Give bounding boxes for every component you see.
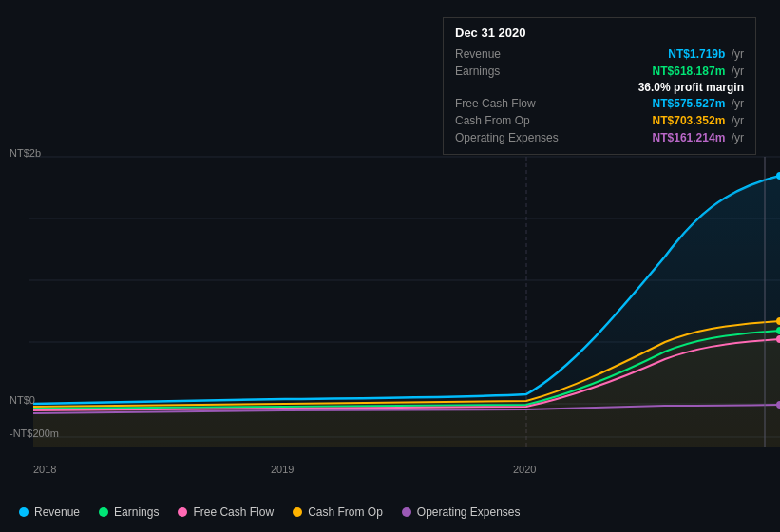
tooltip-value-earnings: NT$618.187m [653, 65, 726, 78]
tooltip-row-opex: Operating Expenses NT$161.214m /yr [455, 129, 744, 146]
legend-dot-fcf [178, 507, 187, 517]
tooltip-value-opex: NT$161.214m [653, 131, 726, 144]
tooltip-profit-margin-value: 36.0% profit margin [638, 81, 744, 94]
legend-item-fcf[interactable]: Free Cash Flow [178, 505, 274, 519]
legend-dot-revenue [19, 507, 29, 517]
x-label-2018: 2018 [33, 464, 56, 475]
legend-label-opex: Operating Expenses [417, 505, 521, 519]
legend-label-cashfromop: Cash From Op [308, 505, 383, 519]
tooltip-row-fcf: Free Cash Flow NT$575.527m /yr [455, 95, 744, 112]
tooltip-label-fcf: Free Cash Flow [455, 97, 536, 110]
tooltip-label-opex: Operating Expenses [455, 131, 559, 144]
tooltip-value-fcf: NT$575.527m [653, 97, 726, 110]
x-label-2019: 2019 [271, 464, 294, 475]
tooltip-label-cashfromop: Cash From Op [455, 114, 530, 127]
tooltip-date: Dec 31 2020 [455, 26, 744, 40]
legend-item-opex[interactable]: Operating Expenses [402, 505, 521, 519]
legend-dot-opex [402, 507, 411, 517]
tooltip-unit-fcf: /yr [732, 97, 744, 110]
legend-label-earnings: Earnings [114, 505, 159, 519]
legend-item-revenue[interactable]: Revenue [19, 505, 80, 519]
chart-legend: Revenue Earnings Free Cash Flow Cash Fro… [19, 505, 521, 519]
y-label-0: NT$0 [10, 394, 35, 406]
tooltip-unit-earnings: /yr [732, 65, 744, 78]
legend-dot-cashfromop [293, 507, 302, 517]
tooltip-value-cashfromop: NT$703.352m [653, 114, 726, 127]
legend-dot-earnings [99, 507, 108, 517]
tooltip-unit-cashfromop: /yr [732, 114, 744, 127]
tooltip-unit-opex: /yr [732, 131, 744, 144]
tooltip-row-earnings: Earnings NT$618.187m /yr [455, 63, 744, 80]
tooltip-label-earnings: Earnings [455, 65, 500, 78]
tooltip-row-revenue: Revenue NT$1.719b /yr [455, 46, 744, 63]
y-label-2b: NT$2b [10, 147, 41, 159]
data-tooltip: Dec 31 2020 Revenue NT$1.719b /yr Earnin… [443, 17, 756, 155]
legend-item-cashfromop[interactable]: Cash From Op [293, 505, 383, 519]
tooltip-label-revenue: Revenue [455, 48, 501, 61]
tooltip-value-revenue: NT$1.719b [668, 48, 725, 61]
tooltip-row-profit-margin: 36.0% profit margin [455, 80, 744, 95]
legend-label-fcf: Free Cash Flow [193, 505, 274, 519]
tooltip-row-cashfromop: Cash From Op NT$703.352m /yr [455, 112, 744, 129]
legend-label-revenue: Revenue [34, 505, 80, 519]
x-label-2020: 2020 [513, 464, 536, 475]
chart-container: NT$2b NT$0 -NT$200m 2018 2019 2020 Dec 3… [0, 0, 780, 532]
tooltip-unit-revenue: /yr [732, 48, 744, 61]
y-label-neg200m: -NT$200m [10, 428, 59, 439]
legend-item-earnings[interactable]: Earnings [99, 505, 159, 519]
